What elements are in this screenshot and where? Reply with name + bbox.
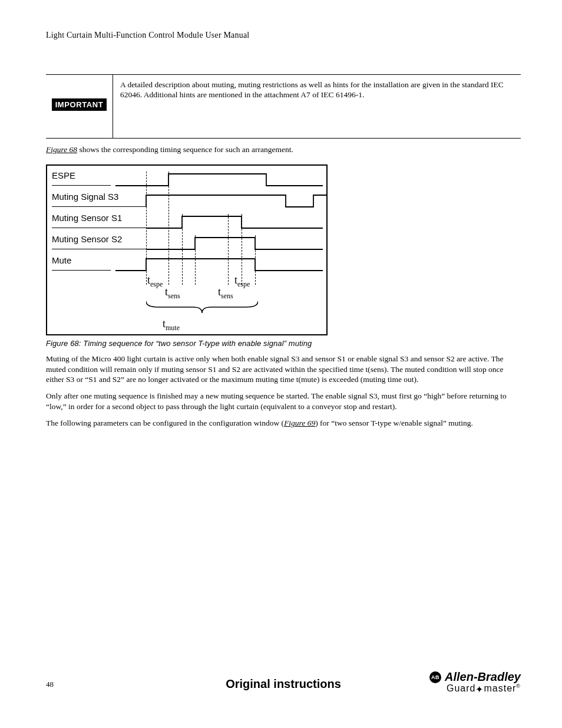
important-badge: IMPORTANT	[52, 98, 107, 111]
callout-text: A detailed description about muting, mut…	[113, 75, 521, 138]
figure-69-link[interactable]: Figure 69	[284, 419, 315, 427]
figure-68-link[interactable]: Figure 68	[46, 145, 77, 154]
dash-line	[168, 172, 169, 285]
signal-s3	[52, 188, 328, 209]
dash-line	[195, 235, 196, 285]
para3-suffix: ) for “two sensor T-type w/enable signal…	[315, 419, 473, 427]
dash-line	[255, 235, 256, 285]
intro-line-suffix: shows the corresponding timing sequence …	[77, 145, 293, 154]
signal-mute	[52, 252, 328, 273]
t-espe-label-right: tespe	[234, 274, 250, 289]
paragraph-2: Only after one muting sequence is finish…	[46, 391, 521, 412]
t-sens-label-left: tsens	[165, 286, 180, 301]
dash-line	[146, 172, 147, 285]
dash-line	[182, 214, 183, 285]
dash-line	[228, 214, 229, 285]
brand-name-top: Allen-Bradley	[445, 670, 521, 684]
important-callout: IMPORTANT A detailed description about m…	[46, 74, 521, 139]
timing-diagram: ESPE Muting Signal S3 Muting Sensor S1 M…	[46, 164, 328, 335]
t-sens-label-right: tsens	[218, 286, 233, 301]
page-header-title: Light Curtain Multi-Function Control Mod…	[46, 31, 521, 40]
signal-s1	[52, 209, 328, 230]
t-mute-label: tmute	[163, 318, 180, 332]
signal-espe	[52, 167, 328, 188]
signal-s2	[52, 230, 328, 252]
paragraph-1: Muting of the Micro 400 light curtain is…	[46, 354, 521, 385]
figure-68-caption: Figure 68: Timing sequence for “two sens…	[46, 339, 521, 348]
t-espe-label-left: tespe	[147, 274, 163, 289]
tmute-brace	[146, 300, 258, 314]
brand-logo: AB Allen-Bradley Guard✦master®	[429, 670, 521, 694]
intro-line: Figure 68 shows the corresponding timing…	[46, 144, 521, 155]
ab-circle-icon: AB	[429, 671, 441, 683]
paragraph-3: The following parameters can be configur…	[46, 418, 521, 429]
brand-name-bottom: Guard✦master®	[429, 683, 521, 694]
para3-prefix: The following parameters can be configur…	[46, 419, 284, 427]
page-footer: 48 Original instructions AB Allen-Bradle…	[46, 670, 521, 711]
callout-badge-cell: IMPORTANT	[46, 75, 113, 138]
